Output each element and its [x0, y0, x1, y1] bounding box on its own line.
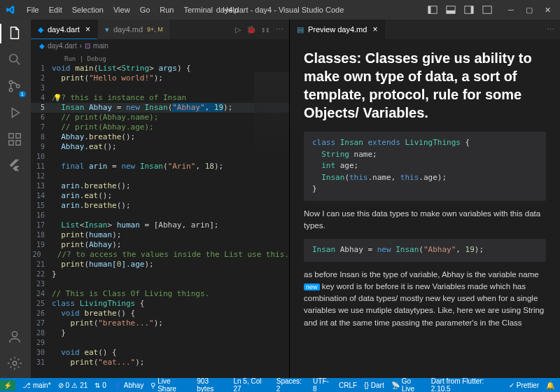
svg-point-16 [12, 332, 17, 337]
layout-sidebar-right-icon[interactable] [462, 3, 476, 17]
lightbulb-icon[interactable]: 💡 [53, 93, 62, 103]
more-actions-icon[interactable]: ⋯ [547, 25, 554, 34]
vscode-logo-icon [6, 5, 15, 15]
svg-point-11 [16, 85, 20, 88]
menu-go[interactable]: Go [136, 4, 155, 15]
breadcrumb[interactable]: ◆ day4.dart › ⊡ main [31, 39, 289, 52]
sb-lang[interactable]: {} Dart [364, 382, 384, 389]
tab-modified-badge: 9+, M [147, 26, 163, 33]
menu-view[interactable]: View [109, 4, 134, 15]
sb-branch[interactable]: ⎇ main* [22, 382, 51, 389]
svg-rect-12 [9, 134, 13, 138]
activity-flutter-icon[interactable] [7, 158, 24, 175]
layout-sidebar-left-icon[interactable] [426, 3, 440, 17]
statusbar: ⚡ ⎇ main* ⊘ 0 ⚠ 21 ⇅ 0 👤 Abhay ⚲ Live Sh… [0, 378, 560, 392]
preview-heading: Classes: Classes give us ability to make… [304, 49, 546, 122]
tab-label: Preview day4.md [308, 25, 367, 34]
activity-search-icon[interactable] [7, 52, 24, 69]
sb-filesize: 903 bytes [197, 377, 226, 392]
activity-account-icon[interactable] [7, 329, 24, 346]
code-editor[interactable]: Run | Debug 1void main(List<String> args… [31, 52, 289, 381]
sb-remote-icon[interactable]: ⚡ [0, 380, 15, 391]
svg-rect-5 [471, 6, 474, 14]
debug-bug-icon[interactable]: 🐞 [246, 25, 256, 34]
window-title: day4.dart - day4 - Visual Studio Code [216, 6, 344, 14]
svg-rect-6 [483, 6, 491, 14]
codelens-run-debug[interactable]: Run | Debug [31, 54, 289, 64]
svg-line-8 [17, 62, 20, 65]
preview-paragraph: as before Insan is the type of variable,… [304, 269, 546, 329]
sb-eol[interactable]: CRLF [339, 382, 357, 389]
sb-problems[interactable]: ⊘ 0 ⚠ 21 [58, 382, 88, 389]
sb-prettier[interactable]: ✓ Prettier [509, 382, 539, 389]
svg-point-7 [10, 55, 18, 62]
tab-day4-dart[interactable]: ◆ day4.dart × [31, 20, 98, 39]
menubar: File Edit Selection View Go Run Terminal… [22, 4, 243, 15]
dart-file-icon: ◆ [38, 25, 43, 34]
tab-label: day4.md [113, 25, 143, 34]
window-minimize-icon[interactable]: ─ [504, 3, 518, 17]
sb-port[interactable]: ⇅ 0 [94, 382, 106, 389]
sb-golive[interactable]: 📡 Go Live [391, 377, 424, 392]
svg-point-10 [9, 88, 13, 92]
sb-notifications-icon[interactable]: 🔔 [546, 382, 554, 389]
tab-day4-md[interactable]: ▾ day4.md 9+, M [98, 20, 171, 39]
sb-user[interactable]: 👤 Abhay [113, 382, 144, 389]
window-maximize-icon[interactable]: ▢ [522, 3, 536, 17]
md-file-icon: ▾ [105, 25, 109, 34]
activity-extensions-icon[interactable] [7, 132, 24, 148]
svg-rect-13 [9, 141, 13, 145]
sb-spaces[interactable]: Spaces: 2 [276, 377, 306, 392]
activity-explorer-icon[interactable] [7, 25, 24, 42]
run-icon[interactable]: ▷ [235, 25, 241, 34]
tab-label: day4.dart [48, 25, 80, 34]
activity-scm-icon[interactable]: 1 [7, 78, 24, 95]
inline-new-badge: new [304, 284, 320, 290]
sb-cursor[interactable]: Ln 5, Col 27 [233, 377, 269, 392]
scm-badge: 1 [19, 91, 26, 97]
preview-codeblock-1: class Insan extends LivingThings { Strin… [304, 132, 546, 201]
svg-rect-1 [428, 6, 431, 14]
activity-settings-icon[interactable] [7, 356, 24, 372]
sb-liveshare[interactable]: ⚲ Live Share [150, 377, 190, 392]
menu-run[interactable]: Run [155, 4, 178, 15]
svg-rect-15 [16, 134, 20, 138]
svg-rect-14 [16, 141, 20, 145]
layout-customize-icon[interactable] [480, 3, 494, 17]
tab-close-icon[interactable]: × [85, 24, 90, 34]
menu-edit[interactable]: Edit [45, 4, 66, 15]
layout-panel-icon[interactable] [444, 3, 458, 17]
menu-file[interactable]: File [22, 4, 43, 15]
preview-codeblock-2: Insan Abhay = new Insan("Abhay", 19); [304, 239, 546, 262]
sb-encoding[interactable]: UTF-8 [313, 377, 332, 392]
preview-icon: ▤ [297, 25, 304, 34]
activity-bar: 1 [0, 20, 31, 381]
svg-rect-3 [447, 10, 455, 13]
window-close-icon[interactable]: ✕ [540, 3, 554, 17]
tab-close-icon[interactable]: × [372, 24, 377, 34]
markdown-preview[interactable]: Classes: Classes give us ability to make… [290, 39, 560, 381]
svg-point-17 [13, 361, 17, 365]
sb-flutter[interactable]: Dart from Flutter: 2.10.5 [431, 377, 502, 392]
svg-point-9 [9, 80, 13, 84]
activity-debug-icon[interactable] [7, 105, 24, 122]
tab-preview-md[interactable]: ▤ Preview day4.md × [290, 20, 385, 39]
menu-selection[interactable]: Selection [68, 4, 108, 15]
preview-paragraph: Now I can use this data types to make ow… [304, 208, 546, 232]
split-editor-icon[interactable]: ⫾⫾ [262, 25, 270, 34]
menu-terminal[interactable]: Terminal [180, 4, 218, 15]
more-actions-icon[interactable]: ⋯ [276, 25, 284, 34]
